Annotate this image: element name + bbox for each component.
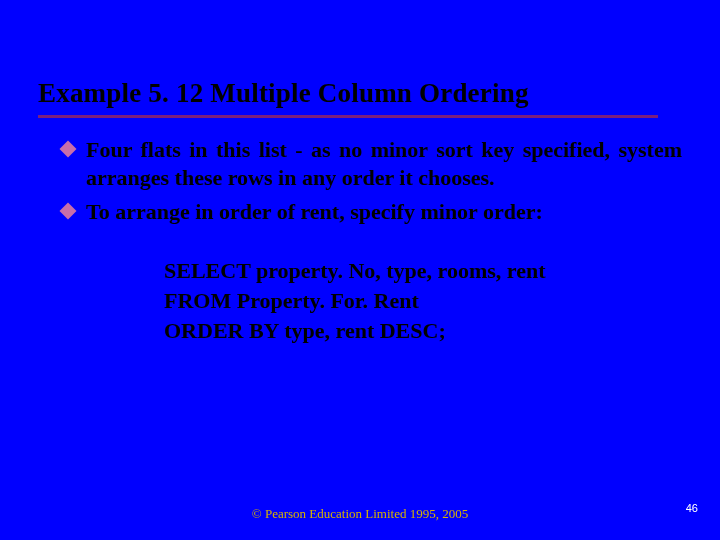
body-region: Four flats in this list - as no minor so… <box>0 118 720 346</box>
sql-line: ORDER BY type, rent DESC; <box>164 316 644 346</box>
diamond-icon <box>60 141 77 158</box>
bullet-text: Four flats in this list - as no minor so… <box>86 137 682 190</box>
bullet-text: To arrange in order of rent, specify min… <box>86 199 543 224</box>
slide: Example 5. 12 Multiple Column Ordering F… <box>0 0 720 540</box>
sql-line: FROM Property. For. Rent <box>164 286 644 316</box>
bullet-list: Four flats in this list - as no minor so… <box>60 136 682 226</box>
diamond-icon <box>60 203 77 220</box>
sql-line: SELECT property. No, type, rooms, rent <box>164 256 644 286</box>
title-region: Example 5. 12 Multiple Column Ordering <box>0 0 720 118</box>
slide-title: Example 5. 12 Multiple Column Ordering <box>38 78 682 109</box>
list-item: Four flats in this list - as no minor so… <box>60 136 682 192</box>
list-item: To arrange in order of rent, specify min… <box>60 198 682 226</box>
footer-copyright: © Pearson Education Limited 1995, 2005 <box>0 506 720 522</box>
page-number: 46 <box>686 502 698 514</box>
sql-block: SELECT property. No, type, rooms, rent F… <box>60 232 682 345</box>
